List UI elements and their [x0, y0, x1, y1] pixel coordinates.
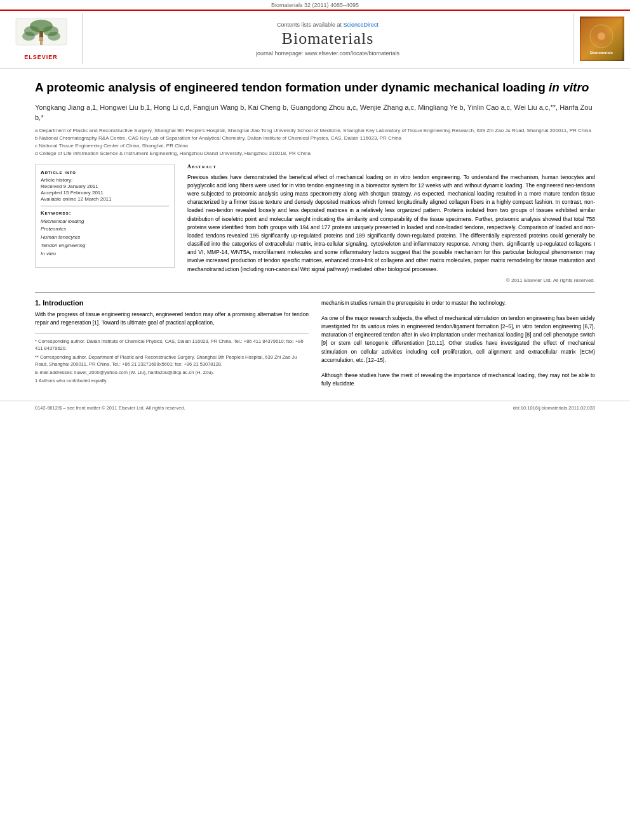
keywords-label: Keywords:	[41, 210, 169, 216]
keyword-5: In vitro	[41, 250, 169, 258]
affiliation-b: b National Chromatography R&A Centre, CA…	[35, 135, 595, 142]
abstract-text: Previous studies have demonstrated the b…	[187, 173, 595, 274]
intro-para-3-text: As one of the major research subjects, t…	[321, 315, 595, 363]
footnote-star: * Corresponding author. Dalian Institute…	[35, 338, 309, 352]
history-label: Article history:	[41, 177, 169, 183]
footnote-note1: 1 Authors who contributed equally.	[35, 377, 309, 384]
title-text: A proteomic analysis of engineered tendo…	[35, 81, 549, 94]
info-divider	[41, 206, 169, 206]
footnote-email: E-mail addresses: liuwei_2000@yahoo.com …	[35, 369, 309, 376]
svg-text:Biomaterials: Biomaterials	[590, 51, 613, 55]
svg-point-6	[48, 32, 60, 41]
journal-center: Contents lists available at ScienceDirec…	[83, 13, 573, 64]
intro-para-1: With the progress of tissue engineering …	[35, 310, 309, 327]
main-divider	[35, 292, 595, 293]
abstract-title: Abstract	[187, 164, 595, 170]
main-content: A proteomic analysis of engineered tendo…	[0, 69, 630, 394]
keyword-2: Proteomics	[41, 225, 169, 234]
intro-para-2: mechanism studies remain the prerequisit…	[321, 299, 595, 307]
sciencedirect-prefix: Contents lists available at	[277, 22, 342, 28]
issn-line: 0142-9612/$ – see front matter © 2011 El…	[35, 405, 185, 411]
abstract-column: Abstract Previous studies have demonstra…	[187, 164, 595, 283]
abstract-label: Abstract	[187, 164, 217, 170]
keyword-3: Human tenocytes	[41, 234, 169, 242]
intro-para-2-text: mechanism studies remain the prerequisit…	[321, 300, 506, 306]
copyright-text: © 2011 Elsevier Ltd. All rights reserved…	[187, 277, 595, 283]
introduction-section: 1. Introduction With the progress of tis…	[35, 299, 595, 389]
history-section: Article info Article history: Received 9…	[41, 170, 169, 202]
svg-point-5	[22, 32, 35, 41]
available-date: Available online 12 March 2011	[41, 196, 169, 202]
citation-bar: Biomaterials 32 (2011) 4085–4095	[0, 0, 630, 10]
footnote-star-star: ** Corresponding author. Department of P…	[35, 354, 309, 368]
authors-text: Yongkang Jiang a,1, Hongwei Liu b,1, Hon…	[35, 103, 593, 122]
affiliations: a Department of Plastic and Reconstructi…	[35, 127, 595, 157]
article-info-abstract-row: Article info Article history: Received 9…	[35, 164, 595, 283]
received-date: Received 9 January 2011	[41, 183, 169, 189]
journal-title: Biomaterials	[282, 29, 374, 48]
section-number: 1.	[35, 299, 41, 307]
article-info-label: Article info	[41, 170, 76, 175]
title-italic: in vitro	[549, 81, 589, 94]
keywords-section: Keywords: Mechanical loading Proteomics …	[41, 210, 169, 258]
intro-left-col: 1. Introduction With the progress of tis…	[35, 299, 309, 389]
biomaterials-badge: Biomaterials	[580, 17, 624, 61]
article-info-column: Article info Article history: Received 9…	[35, 164, 175, 283]
keyword-4: Tendon engineering	[41, 242, 169, 250]
affiliation-c: c National Tissue Engineering Center of …	[35, 142, 595, 150]
keyword-1: Mechanical loading	[41, 218, 169, 226]
section-label: Introduction	[43, 299, 83, 307]
affiliation-a: a Department of Plastic and Reconstructi…	[35, 127, 595, 135]
intro-para-3: As one of the major research subjects, t…	[321, 314, 595, 364]
journal-homepage: journal homepage: www.elsevier.com/locat…	[256, 50, 399, 57]
bottom-bar: 0142-9612/$ – see front matter © 2011 El…	[0, 401, 630, 413]
sciencedirect-line: Contents lists available at ScienceDirec…	[277, 22, 379, 28]
page: Biomaterials 32 (2011) 4085–4095 ELSEVIE…	[0, 0, 630, 840]
abstract-body: Previous studies have demonstrated the b…	[187, 174, 595, 272]
article-info-box: Article info Article history: Received 9…	[35, 164, 175, 268]
intro-para-4: Although these studies have the merit of…	[321, 371, 595, 388]
citation-text: Biomaterials 32 (2011) 4085–4095	[271, 2, 359, 8]
journal-header: ELSEVIER Contents lists available at Sci…	[0, 10, 630, 69]
svg-rect-8	[40, 41, 43, 45]
affiliation-d: d College of Life Information Science & …	[35, 150, 595, 157]
footnote-area: * Corresponding author. Dalian Institute…	[35, 333, 309, 385]
authors-line: Yongkang Jiang a,1, Hongwei Liu b,1, Hon…	[35, 102, 595, 123]
intro-right-col: mechanism studies remain the prerequisit…	[321, 299, 595, 389]
article-info-title: Article info	[41, 170, 169, 175]
intro-para-4-text: Although these studies have the merit of…	[321, 372, 595, 387]
accepted-date: Accepted 15 February 2011	[41, 190, 169, 196]
article-title: A proteomic analysis of engineered tendo…	[35, 80, 595, 96]
homepage-text: journal homepage: www.elsevier.com/locat…	[256, 50, 399, 57]
journal-badge-area: Biomaterials	[573, 13, 630, 64]
elsevier-logo-icon	[13, 17, 70, 52]
keywords-list: Mechanical loading Proteomics Human teno…	[41, 218, 169, 258]
intro-para-1-text: With the progress of tissue engineering …	[35, 311, 309, 326]
svg-point-12	[598, 32, 605, 40]
sciencedirect-link[interactable]: ScienceDirect	[344, 22, 379, 28]
doi-line: doi:10.1016/j.biomaterials.2011.02.033	[513, 405, 595, 411]
badge-icon: Biomaterials	[581, 18, 622, 60]
elsevier-logo-area: ELSEVIER	[0, 13, 83, 64]
intro-section-title: 1. Introduction	[35, 299, 309, 307]
svg-point-7	[39, 37, 43, 41]
elsevier-text: ELSEVIER	[24, 54, 58, 60]
